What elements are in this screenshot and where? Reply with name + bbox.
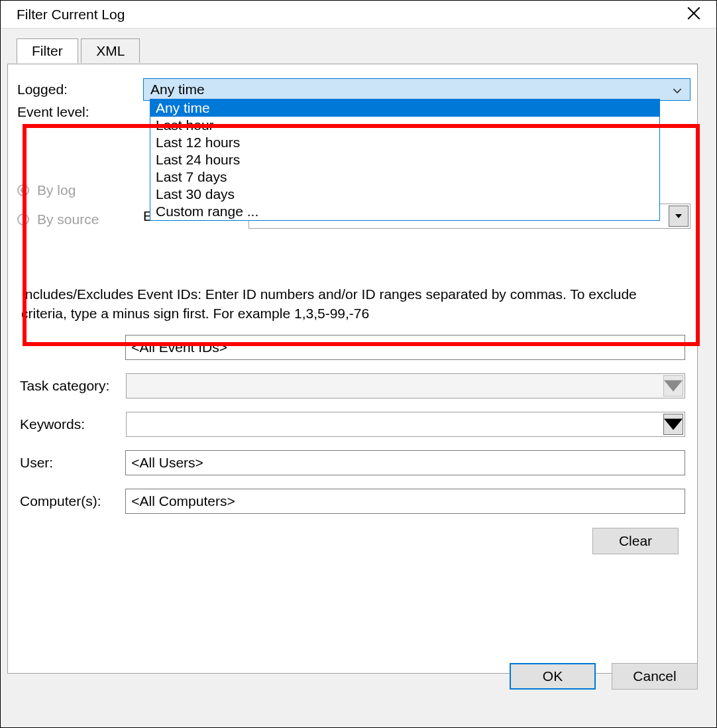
dropdown-button-icon <box>663 375 683 396</box>
svg-marker-4 <box>664 418 683 430</box>
task-category-label: Task category: <box>20 378 126 394</box>
content-area: Filter XML Logged: Any time <box>1 29 716 695</box>
user-row: User: <box>20 448 685 477</box>
by-source-radio: By source <box>17 212 137 227</box>
logged-option[interactable]: Last 24 hours <box>150 151 659 168</box>
tab-body: Logged: Any time Any timeLast hourLast 1… <box>7 64 698 674</box>
window-title: Filter Current Log <box>10 7 125 23</box>
upper-filter-block: Logged: Any time Any timeLast hourLast 1… <box>8 66 697 271</box>
keywords-row: Keywords: <box>20 410 685 439</box>
event-level-label: Event level: <box>17 104 143 120</box>
logged-label: Logged: <box>17 82 143 97</box>
tab-xml[interactable]: XML <box>81 38 140 63</box>
dialog-window: Filter Current Log Filter XML Logged: An… <box>0 0 717 728</box>
logged-option[interactable]: Last 7 days <box>150 168 659 186</box>
computers-label: Computer(s): <box>20 493 125 509</box>
computers-row: Computer(s): <box>20 487 685 516</box>
by-log-radio: By log <box>17 182 76 198</box>
logged-option[interactable]: Last 30 days <box>150 186 659 203</box>
titlebar: Filter Current Log <box>1 1 716 29</box>
dropdown-button-icon[interactable] <box>663 414 683 435</box>
cancel-button[interactable]: Cancel <box>612 663 698 690</box>
logged-option[interactable]: Last hour <box>150 117 659 134</box>
dialog-buttons: OK Cancel <box>510 663 698 690</box>
user-input[interactable] <box>125 450 685 475</box>
tab-filter[interactable]: Filter <box>17 38 78 64</box>
radio-icon <box>17 213 29 225</box>
logged-combo[interactable]: Any time <box>143 78 690 101</box>
by-log-label: By log <box>37 182 76 198</box>
logged-dropdown[interactable]: Any timeLast hourLast 12 hoursLast 24 ho… <box>150 99 660 221</box>
svg-marker-3 <box>664 380 683 391</box>
event-ids-row <box>20 333 685 362</box>
ok-button[interactable]: OK <box>510 663 596 690</box>
logged-option[interactable]: Custom range ... <box>150 203 659 220</box>
radio-icon <box>17 184 29 196</box>
keywords-combo[interactable] <box>126 412 685 437</box>
dropdown-button-icon[interactable] <box>669 206 689 227</box>
logged-option[interactable]: Any time <box>150 99 659 117</box>
task-category-row: Task category: <box>20 371 685 400</box>
svg-marker-2 <box>675 214 682 218</box>
close-icon[interactable] <box>681 4 707 25</box>
tab-bar: Filter XML <box>17 38 698 64</box>
logged-option[interactable]: Last 12 hours <box>150 134 659 151</box>
logged-combo-value: Any time <box>150 82 205 97</box>
task-category-combo <box>126 373 685 398</box>
by-source-label: By source <box>37 212 99 227</box>
chevron-down-icon <box>673 83 682 99</box>
user-label: User: <box>20 455 125 471</box>
clear-button-row: Clear <box>20 516 685 554</box>
event-ids-input[interactable] <box>125 335 685 360</box>
computers-input[interactable] <box>125 489 685 514</box>
clear-button[interactable]: Clear <box>592 528 679 554</box>
logged-field: Any time <box>143 78 690 101</box>
event-ids-help: Includes/Excludes Event IDs: Enter ID nu… <box>20 284 685 324</box>
lower-filter-block: Includes/Excludes Event IDs: Enter ID nu… <box>8 271 697 558</box>
keywords-label: Keywords: <box>20 416 126 432</box>
